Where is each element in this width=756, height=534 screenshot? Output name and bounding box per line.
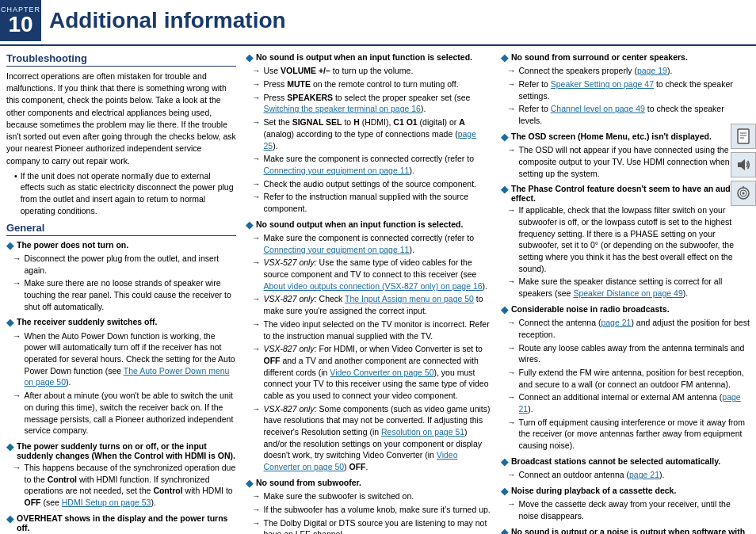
- arrow-icon: →: [252, 153, 261, 165]
- arrow-icon: →: [252, 178, 261, 190]
- arrow-text: The OSD will not appear if you have conn…: [519, 144, 750, 179]
- arrow-item: → The video input selected on the TV mon…: [246, 318, 491, 341]
- page-wrapper: Chapter 10 Additional information Troubl…: [0, 0, 756, 534]
- arrow-icon: →: [252, 65, 261, 77]
- arrow-text: Disconnect the power plug from the outle…: [25, 253, 237, 276]
- diamond-icon: ◆: [501, 456, 508, 467]
- side-icon-speaker: [731, 152, 756, 177]
- arrow-icon: →: [13, 462, 21, 474]
- item-title-surround: ◆ No sound from surround or center speak…: [501, 52, 750, 63]
- arrow-text: After about a minute (you won't be able …: [25, 390, 237, 437]
- item-label: OVERHEAT shows in the display and the po…: [17, 513, 236, 532]
- item-dts-noise: ◆ No sound is output or a noise is outpu…: [501, 527, 750, 534]
- diamond-icon: ◆: [501, 184, 508, 195]
- svg-rect-0: [738, 129, 749, 143]
- arrow-item: → Connect an additional internal or exte…: [501, 391, 750, 414]
- arrow-text: Set the SIGNAL SEL to H (HDMI), C1 O1 (d…: [264, 116, 492, 151]
- arrow-text: If the subwoofer has a volume knob, make…: [264, 504, 492, 516]
- arrow-item: → Press SPEAKERS to select the proper sp…: [246, 92, 491, 115]
- arrow-icon: →: [507, 342, 516, 354]
- arrow-icon: →: [13, 330, 21, 342]
- arrow-icon: →: [507, 498, 516, 510]
- troubleshooting-intro: Incorrect operations are often mistaken …: [6, 71, 236, 167]
- arrow-icon: →: [252, 78, 261, 90]
- item-title-phase: ◆ The Phase Control feature doesn't seem…: [501, 184, 750, 203]
- arrow-text: VSX-827 only: Check The Input Assign men…: [264, 293, 492, 316]
- page-header: Chapter 10 Additional information: [0, 0, 756, 46]
- svg-marker-4: [738, 159, 745, 170]
- diamond-icon: ◆: [246, 52, 253, 63]
- arrow-icon: →: [507, 367, 516, 379]
- arrow-text: Move the cassette deck away from your re…: [519, 498, 750, 521]
- item-power-on: ◆ The power does not turn on. → Disconne…: [6, 240, 236, 313]
- arrow-item: → Refer to the instruction manual suppli…: [246, 191, 491, 214]
- item-title-dts: ◆ No sound is output or a noise is outpu…: [501, 527, 750, 534]
- arrow-text: Make sure the subwoofer is switched on.: [264, 490, 492, 502]
- content-area: Troubleshooting Incorrect operations are…: [0, 52, 756, 534]
- item-title-hdmi: ◆ The power suddenly turns on or off, or…: [6, 441, 236, 460]
- arrow-item: → VSX-827 only: For HDMI, or when Video …: [246, 343, 491, 401]
- arrow-item: → Route any loose cables away from the a…: [501, 342, 750, 365]
- arrow-text: Refer to Channel level on page 49 to che…: [519, 103, 750, 126]
- item-title-subwoofer: ◆ No sound from subwoofer.: [246, 478, 491, 489]
- arrow-text: When the Auto Power Down function is wor…: [25, 330, 237, 388]
- arrow-item: → VSX-827 only: Check The Input Assign m…: [246, 293, 491, 316]
- arrow-item: → Connect an outdoor antenna (page 21).: [501, 469, 750, 481]
- item-label: No sound from surround or center speaker…: [511, 52, 688, 62]
- left-column: Troubleshooting Incorrect operations are…: [6, 52, 236, 534]
- arrow-text: Fully extend the FM wire antenna, positi…: [519, 367, 750, 390]
- arrow-text: VSX-827 only: For HDMI, or when Video Co…: [264, 343, 492, 401]
- arrow-icon: →: [507, 144, 516, 156]
- arrow-text: Make sure the speaker distance setting i…: [519, 276, 750, 299]
- item-label: No sound is output when an input functio…: [256, 52, 472, 62]
- item-title-broadcast: ◆ Broadcast stations cannot be selected …: [501, 456, 750, 467]
- diamond-icon: ◆: [501, 304, 508, 315]
- diamond-icon: ◆: [501, 486, 508, 497]
- arrow-item: → If the subwoofer has a volume knob, ma…: [246, 504, 491, 516]
- arrow-item: → Connect the speakers properly (page 19…: [501, 65, 750, 77]
- arrow-text: If applicable, check that the lowpass fi…: [519, 204, 750, 274]
- arrow-icon: →: [252, 191, 261, 203]
- arrow-item: → The Dolby Digital or DTS source you ar…: [246, 517, 491, 534]
- right-column: ◆ No sound from surround or center speak…: [501, 52, 750, 534]
- arrow-item: → Make sure the subwoofer is switched on…: [246, 490, 491, 502]
- arrow-icon: →: [507, 391, 516, 403]
- arrow-item: → Make sure the speaker distance setting…: [501, 276, 750, 299]
- arrow-icon: →: [13, 253, 21, 265]
- arrow-item: → This happens because of the synchroniz…: [6, 462, 236, 509]
- item-title-no-sound: ◆ No sound is output when an input funct…: [246, 52, 491, 63]
- arrow-text: Make sure the component is connected cor…: [264, 153, 492, 176]
- arrow-text: Press MUTE on the remote control to turn…: [264, 78, 492, 90]
- arrow-item: → Make sure the component is connected c…: [246, 153, 491, 176]
- item-title-osd: ◆ The OSD screen (Home Menu, etc.) isn't…: [501, 132, 750, 143]
- arrow-icon: →: [252, 517, 261, 529]
- arrow-icon: →: [507, 78, 516, 90]
- item-label: Noise during playback of a cassette deck…: [511, 486, 676, 495]
- bullet-item-static: • If the unit does not operate normally …: [6, 170, 236, 217]
- arrow-icon: →: [507, 276, 516, 288]
- arrow-icon: →: [252, 92, 261, 104]
- item-label: No sound output when an input function i…: [256, 219, 463, 229]
- arrow-item: → If applicable, check that the lowpass …: [501, 204, 750, 274]
- arrow-item: → VSX-827 only: Some components (such as…: [246, 403, 491, 473]
- item-title-switches-off: ◆ The receiver suddenly switches off.: [6, 317, 236, 328]
- item-broadcast-stations: ◆ Broadcast stations cannot be selected …: [501, 456, 750, 481]
- item-label: The receiver suddenly switches off.: [17, 317, 157, 326]
- arrow-text: This happens because of the synchronized…: [25, 462, 237, 509]
- arrow-item: → Refer to Channel level on page 49 to c…: [501, 103, 750, 126]
- arrow-icon: →: [507, 417, 516, 429]
- diamond-icon: ◆: [501, 132, 508, 143]
- item-no-sound-output: ◆ No sound output when an input function…: [246, 219, 491, 473]
- item-switches-off: ◆ The receiver suddenly switches off. → …: [6, 317, 236, 437]
- arrow-item: → Fully extend the FM wire antenna, posi…: [501, 367, 750, 390]
- arrow-item: → Connect the antenna (page 21) and adju…: [501, 317, 750, 340]
- arrow-text: Refer to Speaker Setting on page 47 to c…: [519, 78, 750, 101]
- diamond-icon: ◆: [501, 527, 508, 534]
- troubleshooting-heading: Troubleshooting: [6, 52, 236, 67]
- diamond-icon: ◆: [6, 513, 13, 524]
- item-osd: ◆ The OSD screen (Home Menu, etc.) isn't…: [501, 132, 750, 179]
- diamond-icon: ◆: [246, 478, 253, 489]
- diamond-icon: ◆: [501, 52, 508, 63]
- item-label: The OSD screen (Home Menu, etc.) isn't d…: [511, 132, 712, 141]
- arrow-item: → Check the audio output settings of the…: [246, 178, 491, 190]
